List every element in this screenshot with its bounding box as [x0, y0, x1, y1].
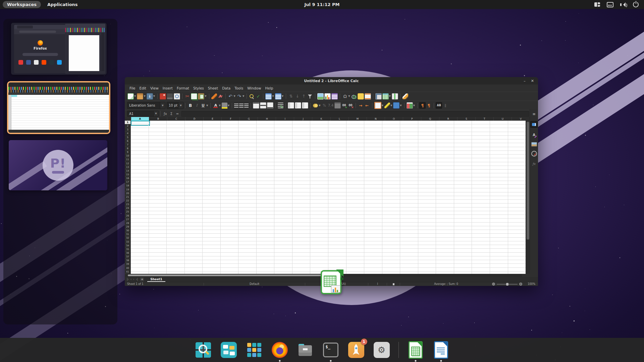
chevron-down-icon[interactable]: ▼	[272, 95, 274, 98]
select-all-corner[interactable]	[125, 117, 131, 121]
rtl-button[interactable]: ¶	[426, 102, 432, 109]
chevron-down-icon[interactable]: ▼	[319, 104, 320, 107]
column-header-u[interactable]: U	[494, 117, 512, 121]
column-header-n[interactable]: N	[367, 117, 385, 121]
row-header-6[interactable]: 6	[125, 139, 131, 143]
name-box[interactable]: A1 ▼	[127, 111, 159, 117]
vertical-scrollbar-thumb[interactable]	[527, 122, 529, 240]
dock-item-firefox[interactable]	[271, 341, 288, 359]
redo-button[interactable]: ↷▼	[236, 93, 245, 100]
row-header-11[interactable]: 11	[125, 158, 131, 162]
zoom-slider[interactable]	[497, 284, 518, 285]
close-button[interactable]: ✕	[531, 79, 534, 83]
workspace-thumbnail-2-active[interactable]	[7, 81, 110, 134]
row-header-25[interactable]: 25	[125, 210, 131, 214]
menu-sheet[interactable]: Sheet	[206, 85, 220, 91]
column-header-f[interactable]: F	[222, 117, 240, 121]
conditional-button[interactable]: ▼	[406, 102, 416, 109]
row-header-34[interactable]: 34	[125, 244, 131, 248]
row-header-18[interactable]: 18	[125, 184, 131, 188]
border-color-button[interactable]: ▼	[393, 102, 402, 109]
chevron-down-icon[interactable]: ▼	[219, 104, 220, 107]
row-header-17[interactable]: 17	[125, 180, 131, 184]
chevron-down-icon[interactable]: ▼	[153, 95, 155, 98]
zoom-out-button[interactable]: −	[492, 283, 495, 286]
row-header-10[interactable]: 10	[125, 154, 131, 158]
column-header-l[interactable]: L	[331, 117, 349, 121]
column-header-a[interactable]: A	[131, 117, 149, 121]
column-header-v[interactable]: V	[512, 117, 530, 121]
currency-button[interactable]: ▼	[312, 102, 321, 109]
date-button[interactable]	[334, 102, 341, 109]
sidebar-navigator-icon[interactable]	[531, 151, 537, 157]
print-button[interactable]	[166, 93, 173, 100]
align-center-button[interactable]	[239, 103, 244, 108]
row-header-31[interactable]: 31	[125, 233, 131, 236]
insert-image-button[interactable]	[317, 93, 324, 100]
row-header-5[interactable]: 5	[125, 136, 131, 139]
menu-tools[interactable]: Tools	[232, 85, 245, 91]
row-header-35[interactable]: 35	[125, 248, 131, 251]
power-icon[interactable]	[633, 2, 639, 7]
hyperlink-button[interactable]	[351, 93, 357, 100]
dock-item-libreoffice-calc[interactable]	[407, 341, 424, 359]
split-window-button[interactable]	[391, 93, 398, 100]
status-insert-mode[interactable]: I	[368, 283, 387, 286]
row-header-39[interactable]: 39	[125, 262, 131, 266]
row-header-37[interactable]: 37	[125, 255, 131, 259]
menu-styles[interactable]: Styles	[191, 85, 206, 91]
insert-comment-button[interactable]	[357, 93, 364, 100]
menu-file[interactable]: File	[127, 85, 138, 91]
center-vertically-button[interactable]	[260, 102, 267, 109]
row-header-16[interactable]: 16	[125, 177, 131, 180]
chevron-down-icon[interactable]: ▼	[205, 95, 206, 98]
font-color-button[interactable]: A▼	[212, 102, 221, 109]
row-header-38[interactable]: 38	[125, 259, 131, 262]
dock-item-workspaces[interactable]	[220, 341, 237, 359]
calc-document-drag-icon[interactable]	[321, 270, 341, 294]
menu-format[interactable]: Format	[175, 85, 191, 91]
new-button[interactable]: ▼	[127, 93, 137, 100]
clear-formatting-button[interactable]: A	[217, 93, 224, 100]
formula-icon[interactable]: =	[174, 112, 180, 116]
percent-button[interactable]: %	[321, 102, 328, 109]
first-sheet-icon[interactable]: |‹	[126, 278, 129, 281]
window-titlebar[interactable]: Untitled 2 - LibreOffice Calc – ✕	[125, 77, 538, 84]
row-header-22[interactable]: 22	[125, 199, 131, 203]
next-sheet-icon[interactable]: ›	[133, 278, 135, 281]
column-header-c[interactable]: C	[167, 117, 185, 121]
column-header-d[interactable]: D	[185, 117, 204, 121]
merge-cells-button[interactable]	[294, 102, 302, 109]
row-header-15[interactable]: 15	[125, 173, 131, 177]
paste-button[interactable]: ▼	[198, 93, 207, 100]
sort-button[interactable]: ⇅	[288, 93, 294, 100]
highlight-color-button[interactable]: ▼	[221, 102, 230, 109]
chevron-down-icon[interactable]: ▼	[234, 95, 235, 98]
align-bottom-button[interactable]	[267, 102, 274, 109]
font-name-combobox[interactable]: Liberation Sans ▼	[127, 102, 165, 109]
applications-button[interactable]: Applications	[43, 1, 82, 8]
chevron-down-icon[interactable]: ▼	[206, 104, 208, 107]
column-header-r[interactable]: R	[439, 117, 458, 121]
bold-button[interactable]: B	[187, 102, 194, 109]
number-button[interactable]: 7.4	[328, 102, 334, 109]
spelling-button[interactable]: ✓	[255, 93, 261, 100]
row-header-40[interactable]: 40	[125, 266, 131, 270]
delete-decimal-button[interactable]: 00	[347, 102, 354, 109]
column-header-e[interactable]: E	[204, 117, 222, 121]
row-header-1[interactable]: 1	[125, 121, 131, 124]
row-header-19[interactable]: 19	[125, 188, 131, 192]
row-header-23[interactable]: 23	[125, 203, 131, 206]
sidebar-menu-icon[interactable]: ≡	[531, 111, 537, 117]
chevron-down-icon[interactable]: ▼	[413, 104, 415, 107]
row-header-21[interactable]: 21	[125, 195, 131, 199]
status-sheet-info[interactable]: Sheet 1 of 1	[125, 283, 204, 286]
column-header-s[interactable]: S	[458, 117, 476, 121]
text-standard-button[interactable]: AB	[436, 102, 442, 109]
status-page-style[interactable]: Default	[204, 283, 305, 286]
minimize-button[interactable]: –	[524, 79, 526, 83]
sidebar-properties-icon[interactable]	[531, 121, 537, 127]
autofilter-button[interactable]	[307, 93, 313, 100]
function-wizard-icon[interactable]: ƒx	[162, 112, 168, 116]
column-header-h[interactable]: H	[258, 117, 276, 121]
